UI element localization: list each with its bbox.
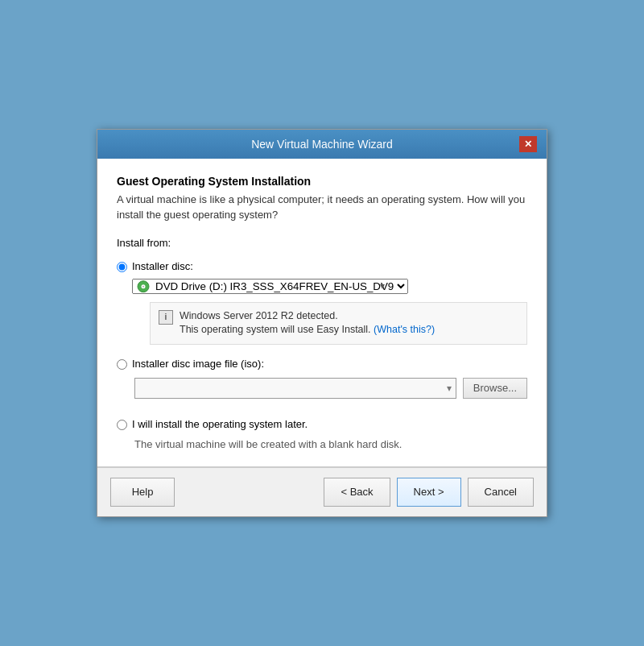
- dialog-title: New Virtual Machine Wizard: [125, 138, 519, 151]
- dvd-drive-select[interactable]: DVD Drive (D:) IR3_SSS_X64FREV_EN-US_DV9: [132, 279, 408, 294]
- option-iso-section: Installer disc image file (iso): Browse.…: [117, 358, 527, 399]
- next-button[interactable]: Next >: [397, 478, 461, 507]
- iso-dropdown-row: Browse...: [134, 378, 527, 399]
- title-bar: New Virtual Machine Wizard ✕: [97, 130, 547, 159]
- iso-label[interactable]: Installer disc image file (iso):: [132, 358, 264, 370]
- dialog-window: New Virtual Machine Wizard ✕ Guest Opera…: [97, 129, 547, 516]
- dvd-drive-dropdown-row: DVD Drive (D:) IR3_SSS_X64FREV_EN-US_DV9: [132, 279, 527, 294]
- iso-file-select[interactable]: [134, 378, 456, 399]
- section-title: Guest Operating System Installation: [117, 175, 527, 188]
- option-install-later-section: I will install the operating system late…: [117, 418, 527, 450]
- close-button[interactable]: ✕: [519, 136, 537, 152]
- radio-installer-disc[interactable]: [117, 262, 127, 272]
- info-icon: i: [159, 310, 173, 325]
- detected-line1: Windows Server 2012 R2 detected.: [180, 310, 338, 321]
- detected-text: Windows Server 2012 R2 detected. This op…: [180, 309, 435, 337]
- section-description: A virtual machine is like a physical com…: [117, 193, 527, 222]
- browse-button[interactable]: Browse...: [463, 378, 527, 399]
- content-area: Guest Operating System Installation A vi…: [97, 159, 547, 466]
- install-from-label: Install from:: [117, 237, 527, 249]
- detected-line2: This operating system will use Easy Inst…: [180, 324, 371, 335]
- back-button[interactable]: < Back: [324, 478, 390, 507]
- dvd-drive-dropdown-wrapper: DVD Drive (D:) IR3_SSS_X64FREV_EN-US_DV9: [132, 279, 390, 294]
- cancel-button[interactable]: Cancel: [468, 478, 534, 507]
- radio-install-later[interactable]: [117, 420, 127, 430]
- install-later-description: The virtual machine will be created with…: [134, 438, 527, 450]
- option-installer-disc: Installer disc: DVD Drive (D:) IR3_SSS_X…: [117, 260, 527, 345]
- button-bar: Help < Back Next > Cancel: [97, 467, 547, 516]
- iso-dropdown-wrapper: [134, 378, 456, 399]
- detected-info-box: i Windows Server 2012 R2 detected. This …: [150, 302, 527, 345]
- installer-disc-label[interactable]: Installer disc:: [132, 260, 193, 272]
- option-install-later-row: I will install the operating system late…: [117, 418, 527, 430]
- whats-this-link[interactable]: (What's this?): [374, 324, 435, 335]
- navigation-buttons: < Back Next > Cancel: [324, 478, 534, 507]
- radio-iso[interactable]: [117, 359, 127, 370]
- install-later-label[interactable]: I will install the operating system late…: [132, 418, 308, 430]
- option-iso-row: Installer disc image file (iso):: [117, 358, 527, 370]
- help-button[interactable]: Help: [110, 478, 175, 507]
